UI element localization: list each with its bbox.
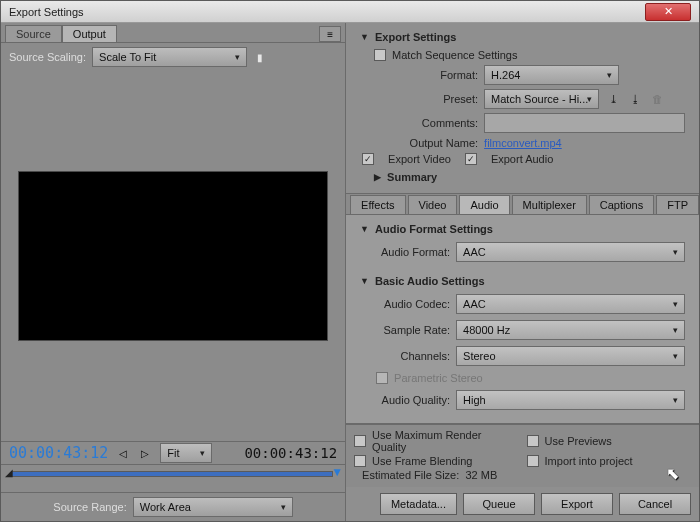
save-preset-icon[interactable]: ⤓ (605, 91, 621, 107)
panel-menu-icon[interactable]: ≡ (319, 26, 341, 42)
tab-output[interactable]: Output (62, 25, 117, 42)
bottom-options: Use Maximum Render Quality Use Previews … (346, 424, 699, 487)
chevron-down-icon: ▼ (360, 32, 369, 42)
use-max-render-checkbox[interactable] (354, 435, 366, 447)
timeline-bar[interactable] (11, 471, 333, 477)
tab-source[interactable]: Source (5, 25, 62, 42)
basic-audio-heading-label: Basic Audio Settings (375, 275, 485, 287)
queue-button[interactable]: Queue (463, 493, 535, 515)
estimated-file-size-value: 32 MB (465, 469, 497, 481)
video-preview (18, 171, 328, 341)
use-previews-checkbox[interactable] (527, 435, 539, 447)
summary-label: Summary (387, 171, 437, 183)
output-name-link[interactable]: filmconvert.mp4 (484, 137, 562, 149)
window-title: Export Settings (9, 6, 84, 18)
summary-heading[interactable]: ▶ Summary (352, 167, 693, 187)
left-panel: Source Output ≡ Source Scaling: Scale To… (1, 23, 346, 521)
export-video-label: Export Video (388, 153, 451, 165)
audio-quality-value: High (463, 394, 486, 406)
metadata-button[interactable]: Metadata... (380, 493, 457, 515)
audio-codec-dropdown[interactable]: AAC (456, 294, 685, 314)
crop-icon[interactable]: ▮ (253, 50, 267, 64)
export-settings-label: Export Settings (375, 31, 456, 43)
source-range-label: Source Range: (53, 501, 126, 513)
preset-value: Match Source - Hi... (491, 93, 588, 105)
right-panel: ▼ Export Settings Match Sequence Setting… (346, 23, 699, 521)
close-button[interactable]: ✕ (645, 3, 691, 21)
format-label: Format: (360, 69, 478, 81)
comments-label: Comments: (360, 117, 478, 129)
audio-format-dropdown[interactable]: AAC (456, 242, 685, 262)
use-frame-blending-checkbox[interactable] (354, 455, 366, 467)
footer-buttons: Metadata... Queue Export Cancel (346, 487, 699, 521)
source-scaling-dropdown[interactable]: Scale To Fit (92, 47, 247, 67)
preview-area (1, 71, 345, 441)
preview-tabs: Source Output ≡ (1, 23, 345, 43)
source-range-value: Work Area (140, 501, 191, 513)
match-sequence-label: Match Sequence Settings (392, 49, 517, 61)
export-button[interactable]: Export (541, 493, 613, 515)
channels-dropdown[interactable]: Stereo (456, 346, 685, 366)
timecode-left[interactable]: 00:00:43:12 (9, 444, 108, 462)
preset-dropdown[interactable]: Match Source - Hi... (484, 89, 599, 109)
source-range-row: Source Range: Work Area (1, 493, 345, 521)
format-dropdown[interactable]: H.264 (484, 65, 619, 85)
audio-codec-value: AAC (463, 298, 486, 310)
chevron-down-icon: ▼ (360, 224, 369, 234)
format-value: H.264 (491, 69, 520, 81)
tab-audio[interactable]: Audio (459, 195, 509, 214)
tab-ftp[interactable]: FTP (656, 195, 699, 214)
delete-preset-icon[interactable]: 🗑 (649, 91, 665, 107)
audio-quality-dropdown[interactable]: High (456, 390, 685, 410)
basic-audio-heading[interactable]: ▼ Basic Audio Settings (346, 271, 699, 291)
audio-format-label: Audio Format: (360, 246, 450, 258)
tab-video[interactable]: Video (408, 195, 458, 214)
step-forward-icon[interactable]: ▷ (138, 446, 152, 460)
cancel-button[interactable]: Cancel (619, 493, 691, 515)
comments-input[interactable] (484, 113, 685, 133)
export-settings-window: Export Settings ✕ Source Output ≡ Source… (0, 0, 700, 522)
source-scaling-row: Source Scaling: Scale To Fit ▮ (1, 43, 345, 71)
import-into-project-checkbox[interactable] (527, 455, 539, 467)
source-scaling-value: Scale To Fit (99, 51, 156, 63)
source-range-dropdown[interactable]: Work Area (133, 497, 293, 517)
export-audio-checkbox[interactable]: ✓ (465, 153, 477, 165)
step-back-icon[interactable]: ◁ (116, 446, 130, 460)
audio-format-heading-label: Audio Format Settings (375, 223, 493, 235)
timeline[interactable]: ◢ ▼ (1, 465, 345, 493)
import-into-project-label: Import into project (545, 455, 633, 467)
export-video-checkbox[interactable]: ✓ (362, 153, 374, 165)
close-icon: ✕ (664, 5, 673, 18)
zoom-fit-value: Fit (167, 447, 179, 459)
tab-multiplexer[interactable]: Multiplexer (512, 195, 587, 214)
export-settings-heading[interactable]: ▼ Export Settings (352, 27, 693, 47)
audio-quality-label: Audio Quality: (360, 394, 450, 406)
channels-label: Channels: (360, 350, 450, 362)
chevron-down-icon: ▼ (360, 276, 369, 286)
titlebar: Export Settings ✕ (1, 1, 699, 23)
export-audio-label: Export Audio (491, 153, 553, 165)
settings-tabs: Effects Video Audio Multiplexer Captions… (346, 193, 699, 215)
channels-value: Stereo (463, 350, 495, 362)
zoom-fit-dropdown[interactable]: Fit (160, 443, 212, 463)
source-scaling-label: Source Scaling: (9, 51, 86, 63)
sample-rate-dropdown[interactable]: 48000 Hz (456, 320, 685, 340)
estimated-file-size-label: Estimated File Size: (362, 469, 459, 481)
parametric-stereo-checkbox (376, 372, 388, 384)
match-sequence-checkbox[interactable] (374, 49, 386, 61)
sample-rate-label: Sample Rate: (360, 324, 450, 336)
import-preset-icon[interactable]: ⭳ (627, 91, 643, 107)
playhead-icon[interactable]: ▼ (331, 465, 343, 479)
preset-label: Preset: (360, 93, 478, 105)
output-name-label: Output Name: (360, 137, 478, 149)
sample-rate-value: 48000 Hz (463, 324, 510, 336)
tab-captions[interactable]: Captions (589, 195, 654, 214)
audio-format-heading[interactable]: ▼ Audio Format Settings (346, 219, 699, 239)
parametric-stereo-label: Parametric Stereo (394, 372, 483, 384)
tab-effects[interactable]: Effects (350, 195, 405, 214)
audio-codec-label: Audio Codec: (360, 298, 450, 310)
chevron-right-icon: ▶ (374, 172, 381, 182)
timecode-right: 00:00:43:12 (244, 445, 337, 461)
audio-settings-scroll[interactable]: ▼ Audio Format Settings Audio Format: AA… (346, 215, 699, 424)
in-point-handle[interactable]: ◢ (5, 467, 13, 478)
